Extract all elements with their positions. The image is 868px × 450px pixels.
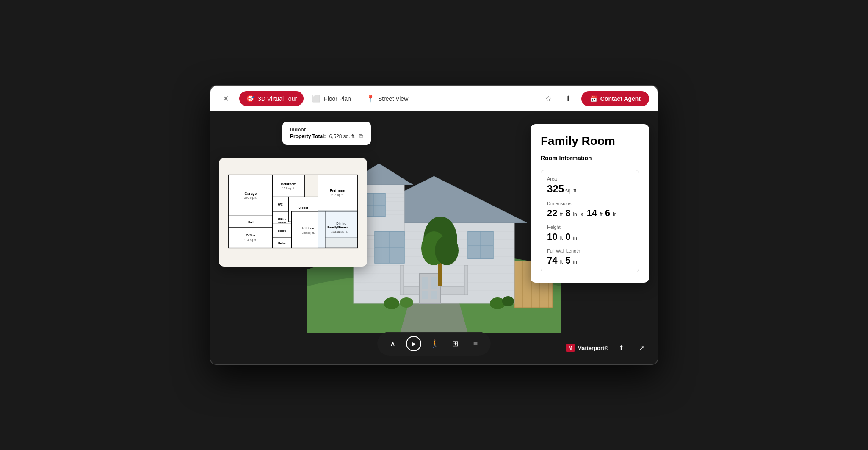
dim-h-ft: 14 xyxy=(587,208,597,219)
wall-ft-unit: ft xyxy=(560,259,563,265)
svg-text:Kitchen: Kitchen xyxy=(302,226,314,230)
bottom-controls: ∧ ▶ 🚶 ⊞ ≡ xyxy=(377,332,491,356)
svg-text:Stairs: Stairs xyxy=(278,229,286,232)
svg-text:325 sq. ft.: 325 sq. ft. xyxy=(331,230,344,233)
matterport-branding: M Matterport® ⬆ ⤢ xyxy=(566,340,649,356)
height-label: Height xyxy=(547,225,633,230)
property-info-card: Indoor Property Total: 6,528 sq. ft. ⧉ xyxy=(282,122,371,145)
floor-plan-card: Garage 380 sq. ft. Bathroom 151 sq. ft. … xyxy=(219,158,367,267)
grid-button[interactable]: ⊞ xyxy=(448,337,462,350)
height-value: 10 ft 0 in xyxy=(547,231,633,242)
dim-x: x xyxy=(581,211,583,217)
svg-point-47 xyxy=(502,296,514,306)
area-number: 325 xyxy=(547,183,564,195)
tab-virtual-tour-label: 3D Virtual Tour xyxy=(258,95,297,102)
svg-text:Bathroom: Bathroom xyxy=(281,182,296,186)
header-actions: ☆ ⬆ 📅 Contact Agent xyxy=(541,91,649,106)
svg-text:Hall: Hall xyxy=(248,220,254,224)
copy-icon[interactable]: ⧉ xyxy=(359,133,363,140)
svg-rect-39 xyxy=(464,265,468,295)
svg-rect-70 xyxy=(229,228,273,248)
svg-text:Entry: Entry xyxy=(278,242,286,245)
svg-rect-37 xyxy=(431,291,437,299)
svg-text:Bedroom: Bedroom xyxy=(330,189,345,193)
expand-button[interactable]: ⤢ xyxy=(634,340,649,356)
property-total-value: 6,528 sq. ft. xyxy=(329,133,356,139)
dim-w-in-unit: in xyxy=(573,211,577,217)
svg-text:Office: Office xyxy=(246,233,255,237)
wall-ft: 74 xyxy=(547,255,557,266)
svg-text:151 sq. ft.: 151 sq. ft. xyxy=(282,187,295,190)
svg-text:380 sq. ft.: 380 sq. ft. xyxy=(244,196,257,200)
matterport-logo: M Matterport® xyxy=(566,344,608,352)
height-row: Height 10 ft 0 in xyxy=(547,225,633,242)
svg-rect-36 xyxy=(422,291,428,299)
property-total-label: Property Total: xyxy=(290,133,326,139)
wall-in: 5 xyxy=(565,255,570,266)
svg-point-45 xyxy=(400,297,413,308)
svg-rect-35 xyxy=(431,277,437,289)
dimensions-row: Dimensions 22 ft 8 in x 14 ft 6 in xyxy=(547,201,633,219)
height-in-unit: in xyxy=(573,235,577,241)
dimensions-label: Dimensions xyxy=(547,201,633,206)
laptop-screen: ✕ 🎯 3D Virtual Tour ⬜ Floor Plan 📍 Stree… xyxy=(210,86,658,364)
share-button[interactable]: ⬆ xyxy=(561,91,576,106)
svg-rect-34 xyxy=(422,277,428,289)
floor-plan-icon: ⬜ xyxy=(312,94,321,103)
indoor-label: Indoor xyxy=(290,127,363,133)
svg-text:194 sq. ft.: 194 sq. ft. xyxy=(244,239,257,242)
walk-button[interactable]: 🚶 xyxy=(428,337,442,350)
area-label: Area xyxy=(547,176,633,181)
tab-floor-plan-label: Floor Plan xyxy=(324,95,351,102)
dim-h-in: 6 xyxy=(605,208,610,219)
dimensions-value: 22 ft 8 in x 14 ft 6 in xyxy=(547,208,633,219)
room-title: Family Room xyxy=(541,134,639,148)
tab-street-view[interactable]: 📍 Street View xyxy=(359,91,415,106)
height-ft-unit: ft xyxy=(560,235,563,241)
wall-length-row: Full Wall Length 74 ft 5 in xyxy=(547,248,633,266)
svg-point-44 xyxy=(384,297,399,309)
tab-virtual-tour[interactable]: 🎯 3D Virtual Tour xyxy=(239,91,304,106)
room-info-card: Family Room Room Information Area 325 sq… xyxy=(531,124,649,283)
svg-rect-38 xyxy=(400,265,404,295)
svg-text:Utility: Utility xyxy=(278,218,286,221)
svg-text:Family Room: Family Room xyxy=(327,225,348,229)
layers-button[interactable]: ≡ xyxy=(469,337,482,350)
favorite-button[interactable]: ☆ xyxy=(541,91,556,106)
dim-w-ft: 22 xyxy=(547,208,557,219)
svg-text:WC: WC xyxy=(278,203,283,206)
play-button[interactable]: ▶ xyxy=(406,336,421,351)
area-unit: sq. ft. xyxy=(565,188,578,194)
wall-in-unit: in xyxy=(573,259,577,265)
svg-rect-40 xyxy=(438,261,442,286)
svg-text:Garage: Garage xyxy=(244,192,257,196)
contact-agent-button[interactable]: 📅 Contact Agent xyxy=(581,91,649,106)
laptop-wrapper: ✕ 🎯 3D Virtual Tour ⬜ Floor Plan 📍 Stree… xyxy=(201,77,667,373)
matterport-icon: M xyxy=(566,344,575,352)
nav-tabs: 🎯 3D Virtual Tour ⬜ Floor Plan 📍 Street … xyxy=(239,91,541,106)
property-total-row: Property Total: 6,528 sq. ft. ⧉ xyxy=(290,133,363,140)
virtual-tour-icon: 🎯 xyxy=(246,94,254,103)
street-view-icon: 📍 xyxy=(366,94,375,103)
area-row: Area 325 sq. ft. xyxy=(547,176,633,195)
tab-floor-plan[interactable]: ⬜ Floor Plan xyxy=(305,91,358,106)
main-content: Garage 380 sq. ft. Bathroom 151 sq. ft. … xyxy=(210,111,658,364)
laptop-body: ✕ 🎯 3D Virtual Tour ⬜ Floor Plan 📍 Stree… xyxy=(210,85,658,365)
dim-h-in-unit: in xyxy=(613,211,616,217)
wall-length-value: 74 ft 5 in xyxy=(547,255,633,266)
wall-length-label: Full Wall Length xyxy=(547,248,633,253)
tab-street-view-label: Street View xyxy=(378,95,408,102)
dim-w-ft-unit: ft xyxy=(560,211,563,217)
dim-h-ft-unit: ft xyxy=(600,211,603,217)
up-arrow-button[interactable]: ∧ xyxy=(386,337,399,350)
svg-text:Closet: Closet xyxy=(299,206,309,210)
svg-text:237 sq. ft.: 237 sq. ft. xyxy=(331,194,344,197)
branding-share-button[interactable]: ⬆ xyxy=(614,340,629,356)
matterport-text: Matterport® xyxy=(577,345,608,351)
room-info-section: Area 325 sq. ft. Dimensions 22 ft xyxy=(541,170,639,272)
svg-point-43 xyxy=(435,236,459,265)
svg-text:230 sq. ft.: 230 sq. ft. xyxy=(302,231,315,235)
contact-label: Contact Agent xyxy=(600,95,641,102)
close-button[interactable]: ✕ xyxy=(219,92,232,106)
area-value: 325 sq. ft. xyxy=(547,183,633,195)
